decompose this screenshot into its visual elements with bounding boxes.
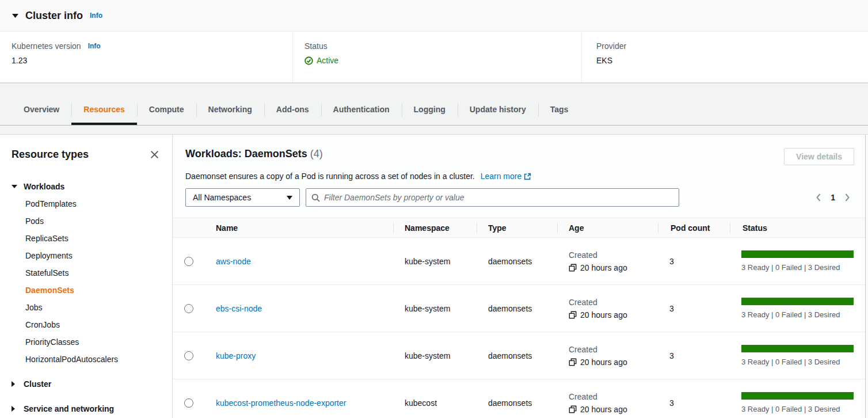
current-page[interactable]: 1 — [831, 193, 835, 202]
age-created-label: Created — [569, 345, 597, 354]
row-radio[interactable] — [184, 257, 193, 266]
namespace-value: kube-system — [405, 351, 450, 360]
age-value: 20 hours ago — [580, 405, 627, 414]
column-header-status[interactable]: Status — [730, 223, 865, 233]
kubernetes-version-label: Kubernetes version — [12, 41, 81, 51]
column-header-age[interactable]: Age — [557, 223, 658, 233]
view-details-button[interactable]: View details — [784, 148, 854, 165]
close-icon[interactable] — [149, 149, 161, 161]
triangle-down-icon — [12, 185, 18, 188]
resources-panels: Resource types Workloads PodTemplates Po… — [0, 134, 868, 418]
column-header-type[interactable]: Type — [477, 223, 557, 233]
tab[interactable]: Add-ons — [264, 96, 321, 125]
column-header-namespace[interactable]: Namespace — [393, 223, 477, 233]
provider-value: EKS — [596, 56, 868, 65]
type-value: daemonsets — [488, 257, 532, 266]
daemonsets-panel: Workloads: DaemonSets (4) View details D… — [173, 135, 865, 418]
daemonset-name-link[interactable]: kube-proxy — [216, 351, 256, 360]
age-cell: Created 20 hours ago — [557, 238, 658, 284]
sidebar-item[interactable]: DaemonSets — [12, 282, 161, 299]
status-cell: 3 Ready | 0 Failed | 3 Desired — [730, 379, 865, 418]
sidebar-item[interactable]: Pods — [12, 212, 161, 230]
copy-icon[interactable] — [569, 358, 577, 366]
age-cell: Created 20 hours ago — [557, 332, 658, 379]
status-bar-track — [741, 250, 854, 258]
column-header-name[interactable]: Name — [204, 223, 393, 233]
tab[interactable]: Tags — [538, 96, 581, 125]
sidebar-item[interactable]: Deployments — [12, 247, 161, 264]
copy-icon[interactable] — [569, 264, 577, 272]
pod-count-value: 3 — [669, 398, 674, 408]
status-bar-track — [741, 392, 854, 400]
age-value: 20 hours ago — [580, 310, 627, 320]
triangle-right-icon — [12, 381, 18, 387]
sidebar-group-workloads[interactable]: Workloads — [12, 178, 161, 195]
copy-icon[interactable] — [569, 311, 577, 319]
workloads-items: PodTemplates Pods ReplicaSets Deployment… — [12, 195, 161, 368]
kubernetes-version-info-link[interactable]: Info — [88, 42, 101, 50]
copy-icon[interactable] — [569, 405, 577, 413]
filter-row: All Namespaces 1 — [185, 188, 854, 207]
daemonset-name-link[interactable]: ebs-csi-node — [216, 304, 262, 313]
page-title: Workloads: DaemonSets (4) — [185, 148, 323, 160]
next-page-icon[interactable] — [843, 192, 852, 203]
tab[interactable]: Resources — [71, 96, 137, 125]
namespace-select[interactable]: All Namespaces — [185, 188, 300, 207]
sidebar-item[interactable]: PriorityClasses — [12, 333, 161, 351]
search-input[interactable] — [324, 193, 673, 202]
scrollbar[interactable] — [865, 135, 868, 418]
status-text: 3 Ready | 0 Failed | 3 Desired — [741, 358, 840, 366]
type-value: daemonsets — [488, 304, 532, 313]
daemonset-name-link[interactable]: aws-node — [216, 257, 251, 266]
sidebar-item[interactable]: ReplicaSets — [12, 230, 161, 247]
status-bar-track — [741, 345, 854, 352]
collapse-triangle-icon[interactable] — [12, 14, 18, 18]
search-box — [306, 188, 679, 207]
status-bar — [741, 392, 854, 400]
column-header-pod-count[interactable]: Pod count — [658, 223, 730, 233]
type-value: daemonsets — [488, 351, 532, 360]
tab[interactable]: Compute — [137, 96, 196, 125]
pod-count-value: 3 — [669, 304, 674, 313]
status-label: Status — [304, 41, 328, 51]
namespace-value: kubecost — [405, 398, 437, 408]
sidebar-item[interactable]: Jobs — [12, 299, 161, 316]
status-text: 3 Ready | 0 Failed | 3 Desired — [741, 405, 840, 413]
status-cell: 3 Ready | 0 Failed | 3 Desired — [730, 238, 865, 284]
daemonset-name-link[interactable]: kubecost-prometheus-node-exporter — [216, 398, 346, 408]
tab[interactable]: Authentication — [321, 96, 402, 125]
status-bar-track — [741, 298, 854, 305]
age-created-label: Created — [569, 250, 597, 260]
age-value: 20 hours ago — [580, 263, 627, 272]
row-radio[interactable] — [184, 304, 193, 313]
sidebar-title: Resource types — [12, 149, 89, 161]
sidebar-group-service-networking[interactable]: Service and networking — [12, 400, 161, 417]
status-field: Status Active — [292, 32, 581, 82]
select-all-column — [173, 218, 204, 237]
tab[interactable]: Overview — [12, 96, 71, 125]
tab[interactable]: Update history — [458, 96, 538, 125]
tab[interactable]: Logging — [402, 96, 458, 125]
table-row: ebs-csi-node kube-system daemonsets Crea… — [173, 285, 865, 332]
resource-types-sidebar: Resource types Workloads PodTemplates Po… — [0, 135, 173, 418]
sidebar-item[interactable]: StatefulSets — [12, 264, 161, 282]
sidebar-item[interactable]: CronJobs — [12, 316, 161, 333]
age-value: 20 hours ago — [580, 358, 627, 367]
sidebar-item[interactable]: PodTemplates — [12, 195, 161, 212]
item-count: (4) — [310, 148, 323, 159]
provider-label: Provider — [596, 41, 626, 51]
prev-page-icon[interactable] — [814, 192, 823, 203]
type-value: daemonsets — [488, 398, 532, 408]
tab[interactable]: Networking — [196, 96, 264, 125]
table-row: aws-node kube-system daemonsets Created … — [173, 238, 865, 285]
cluster-info-info-link[interactable]: Info — [90, 12, 102, 20]
row-radio[interactable] — [184, 351, 193, 360]
learn-more-link[interactable]: Learn more — [481, 172, 532, 181]
table-body: aws-node kube-system daemonsets Created … — [173, 238, 865, 418]
sidebar-item[interactable]: HorizontalPodAutoscalers — [12, 351, 161, 368]
sidebar-group-cluster[interactable]: Cluster — [12, 375, 161, 393]
status-badge: Active — [317, 56, 338, 65]
panel-description: Daemonset ensures a copy of a Pod is run… — [185, 172, 854, 181]
status-text: 3 Ready | 0 Failed | 3 Desired — [741, 263, 840, 272]
row-radio[interactable] — [184, 398, 193, 408]
